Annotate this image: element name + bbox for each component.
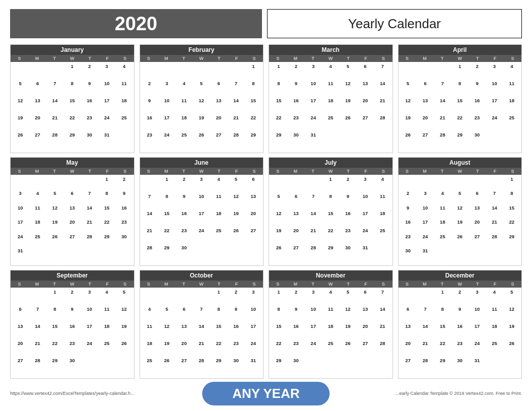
day-cell: 11 xyxy=(141,322,158,339)
day-cell: 27 xyxy=(400,357,417,374)
day-cell: 7 xyxy=(305,192,322,210)
day-cell: 3 xyxy=(417,190,434,204)
day-cell: 21 xyxy=(227,114,244,131)
day-cell: 8 xyxy=(245,80,262,97)
day-cell: 2 xyxy=(469,62,486,80)
day-cell: 22 xyxy=(451,114,469,131)
day-cell: 14 xyxy=(141,210,158,227)
day-label: M xyxy=(287,168,304,175)
day-cell: 27 xyxy=(175,357,192,374)
day-cell: 6 xyxy=(357,62,374,80)
day-cell: 13 xyxy=(29,97,46,114)
day-cell: 3 xyxy=(469,288,486,305)
day-cell: 15 xyxy=(451,97,469,114)
day-cell: 1 xyxy=(46,288,63,305)
day-cell: 29 xyxy=(451,131,469,149)
day-cell: 10 xyxy=(305,80,322,97)
day-cell: 30 xyxy=(227,357,244,374)
days-grid: 1234567891011121314151617181920212223242… xyxy=(11,175,134,265)
day-cell: 9 xyxy=(115,190,132,204)
day-cell: 12 xyxy=(339,305,356,322)
day-cell: 16 xyxy=(141,114,158,131)
day-headers: SMTWTFS xyxy=(140,55,263,62)
empty-cell xyxy=(193,62,210,80)
day-cell: 15 xyxy=(245,97,262,114)
empty-cell xyxy=(141,62,158,80)
day-label: T xyxy=(81,168,99,175)
day-cell: 20 xyxy=(12,340,29,357)
day-cell: 9 xyxy=(227,305,244,322)
day-cell: 24 xyxy=(12,233,29,247)
day-cell: 28 xyxy=(305,244,322,261)
day-label: S xyxy=(398,168,416,175)
day-label: T xyxy=(340,281,357,288)
day-cell: 12 xyxy=(115,305,132,322)
day-cell: 21 xyxy=(417,340,434,357)
day-label: T xyxy=(469,55,486,62)
day-label: T xyxy=(210,281,228,288)
day-cell: 25 xyxy=(486,340,503,357)
day-cell: 17 xyxy=(81,322,98,339)
day-cell: 13 xyxy=(210,97,227,114)
day-cell: 3 xyxy=(245,288,262,305)
day-cell: 20 xyxy=(63,219,81,233)
day-cell: 23 xyxy=(141,131,158,149)
day-cell: 4 xyxy=(210,175,227,192)
day-cell: 26 xyxy=(46,233,63,247)
day-label: S xyxy=(504,168,521,175)
day-label: S xyxy=(11,55,28,62)
day-cell: 30 xyxy=(63,357,81,374)
day-cell: 3 xyxy=(158,80,175,97)
day-cell: 22 xyxy=(322,227,339,244)
day-cell: 17 xyxy=(486,97,503,114)
day-cell: 7 xyxy=(46,80,63,97)
month-card-july: JulySMTWTFS12345678910111213141516171819… xyxy=(269,157,393,266)
any-year-badge[interactable]: ANY YEAR xyxy=(202,382,329,405)
day-cell: 9 xyxy=(141,97,158,114)
day-cell: 3 xyxy=(12,190,29,204)
empty-cell xyxy=(46,62,63,80)
day-cell: 13 xyxy=(245,192,262,210)
day-cell: 30 xyxy=(287,357,304,374)
day-cell: 20 xyxy=(417,114,434,131)
empty-cell xyxy=(158,62,175,80)
days-grid: 1234567891011121314151617181920212223242… xyxy=(140,288,263,378)
day-cell: 8 xyxy=(322,192,339,210)
day-cell: 8 xyxy=(158,192,175,210)
day-cell: 23 xyxy=(81,114,98,131)
day-label: T xyxy=(175,281,192,288)
day-cell: 16 xyxy=(451,322,469,339)
day-cell: 26 xyxy=(339,114,356,131)
days-grid: 1234567891011121314151617181920212223242… xyxy=(398,288,522,378)
day-headers: SMTWTFS xyxy=(11,281,134,288)
day-headers: SMTWTFS xyxy=(398,55,522,62)
day-label: T xyxy=(175,168,192,175)
day-cell: 25 xyxy=(374,227,391,244)
day-cell: 27 xyxy=(63,233,81,247)
day-cell: 15 xyxy=(158,210,175,227)
month-header: January xyxy=(11,45,134,55)
day-cell: 12 xyxy=(451,204,469,219)
empty-cell xyxy=(227,62,244,80)
day-headers: SMTWTFS xyxy=(269,281,392,288)
day-cell: 14 xyxy=(81,204,98,219)
day-cell: 10 xyxy=(12,204,29,219)
day-cell: 27 xyxy=(469,233,486,247)
day-cell: 1 xyxy=(434,288,451,305)
day-cell: 30 xyxy=(451,357,469,374)
day-cell: 16 xyxy=(287,322,304,339)
day-cell: 21 xyxy=(141,227,158,244)
day-cell: 26 xyxy=(115,340,132,357)
day-cell: 16 xyxy=(81,97,98,114)
day-cell: 3 xyxy=(193,175,210,192)
day-cell: 12 xyxy=(400,97,417,114)
day-label: S xyxy=(269,168,287,175)
month-card-june: JuneSMTWTFS12345678910111213141516171819… xyxy=(140,157,264,266)
day-cell: 19 xyxy=(227,210,244,227)
day-cell: 3 xyxy=(305,288,322,305)
day-cell: 12 xyxy=(158,322,175,339)
day-cell: 30 xyxy=(287,131,304,149)
empty-cell xyxy=(417,288,434,305)
month-card-september: SeptemberSMTWTFS123456789101112131415161… xyxy=(10,270,135,379)
day-cell: 29 xyxy=(63,131,81,149)
